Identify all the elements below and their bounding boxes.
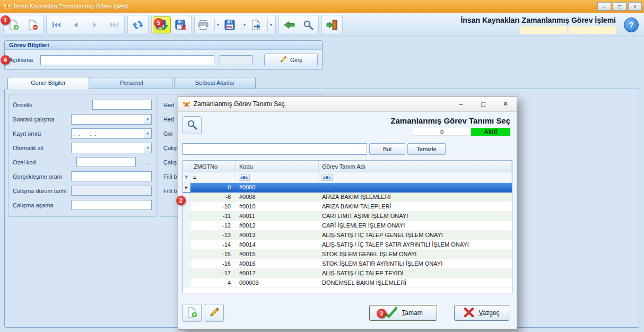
table-row[interactable]: -10#0010ARIZA BAKIM TALEPLERİ: [183, 202, 512, 212]
ellipsis-button[interactable]: …: [145, 159, 152, 165]
edit-definition-button[interactable]: [205, 304, 224, 322]
field-input[interactable]: [72, 115, 144, 124]
cell-gorev-tanim-adi: -- --: [319, 183, 512, 192]
table-row[interactable]: -13#0013ALIŞ-SATIŞ / İÇ TALEP GENEL İŞLE…: [183, 231, 512, 240]
cell-kodu: 000003: [236, 278, 319, 287]
field-label: Sonraki çalışma: [13, 116, 66, 123]
cell-kodu: #0015: [236, 250, 319, 259]
column-header-kodu[interactable]: Kodu: [236, 161, 319, 172]
table-row[interactable]: -14#0014ALIŞ-SATIŞ / İÇ TALEP SATIR AYRI…: [183, 240, 512, 250]
equals-filter-icon[interactable]: =: [193, 174, 196, 181]
giris-label: Giriş: [290, 57, 302, 63]
table-row[interactable]: -15#0015STOK İŞLEM GENEL İŞLEM ONAYI: [183, 250, 512, 259]
dialog-close-button[interactable]: ×: [494, 97, 517, 111]
search-input[interactable]: [182, 143, 367, 155]
field-input[interactable]: [92, 100, 152, 110]
chevron-down-icon[interactable]: ▾: [144, 115, 151, 124]
vazgec-label: Vazgeç: [478, 309, 499, 317]
tab-genel-bilgiler[interactable]: Genel Bilgiler: [7, 77, 89, 89]
pencil-icon: [209, 307, 220, 319]
chevron-down-icon[interactable]: ▾: [144, 143, 151, 153]
add-definition-button[interactable]: [182, 304, 202, 322]
table-row[interactable]: ▸0#0000-- --: [183, 183, 512, 193]
refresh-icon: [132, 19, 144, 31]
row-indicator: [183, 250, 190, 259]
temizle-button[interactable]: Temizle: [407, 143, 446, 155]
nav-first-icon: [52, 21, 62, 29]
window-titlebar: İnsan Kaynakları Zamanlanmış Görev İşlem…: [0, 0, 644, 13]
bul-button[interactable]: Bul: [369, 143, 405, 155]
tab-serbest-alanlar[interactable]: Serbest Alanlar: [174, 77, 256, 89]
dialog-minimize-button[interactable]: –: [450, 97, 472, 111]
annotation-badge-1: 1: [1, 15, 10, 25]
column-header-gorev-tanim-adi[interactable]: Görev Tanım Adı: [319, 161, 512, 172]
dialog-settings-button[interactable]: [182, 116, 202, 134]
field-combo[interactable]: ▾: [71, 143, 152, 153]
exit-button[interactable]: [323, 16, 341, 33]
dialog-butterfly-icon: [182, 100, 190, 108]
field-input[interactable]: [71, 171, 152, 181]
chevron-down-icon[interactable]: ▾: [144, 129, 151, 138]
last-record-button[interactable]: [105, 16, 123, 33]
row-indicator: [183, 212, 190, 221]
field-input[interactable]: [71, 200, 152, 210]
field-combo[interactable]: ▾: [71, 128, 152, 139]
table-row[interactable]: -12#0012CARİ İŞLEMLER İŞLEM ONAYI: [183, 221, 512, 231]
cell-gorev-tanim-adi: STOK İŞLEM GENEL İŞLEM ONAYI: [319, 250, 512, 259]
table-row[interactable]: -8#0008ARIZA BAKIM İŞLEMLERİ: [183, 193, 512, 202]
abc-filter-icon[interactable]: aBc: [321, 174, 333, 181]
dialog-window-controls: – □ ×: [450, 97, 517, 111]
exit-door-icon: [326, 19, 338, 31]
cancel-save-button[interactable]: [172, 16, 190, 33]
dialog-titlebar: Zamanlanmış Görev Tanımı Seç – □ ×: [178, 97, 517, 112]
cell-kodu: #0016: [236, 259, 319, 268]
field-combo[interactable]: ▾: [71, 114, 152, 125]
giris-button[interactable]: Giriş: [264, 54, 318, 66]
first-record-button[interactable]: [48, 16, 66, 33]
print-button[interactable]: ▾: [196, 16, 221, 33]
cell-kodu: #0017: [236, 269, 319, 278]
next-record-button[interactable]: [86, 16, 104, 33]
header-indicator-cell: [183, 161, 190, 172]
maximize-button[interactable]: □: [613, 2, 626, 11]
tools-button[interactable]: [299, 16, 317, 33]
minimize-button[interactable]: –: [597, 2, 611, 11]
aciklama-input[interactable]: [40, 55, 214, 65]
refresh-button[interactable]: [129, 16, 147, 33]
cell-zmgtno: -11: [190, 212, 236, 221]
delete-record-button[interactable]: [24, 16, 42, 33]
dialog-header: Zamanlanmış Görev Tanımı Seç 0 Aktif: [178, 112, 517, 136]
export-button[interactable]: ▾: [249, 16, 274, 33]
field-input[interactable]: [76, 157, 136, 167]
tab-strip: Genel Bilgiler Personel Serbest Alanlar: [7, 77, 256, 89]
nav-previous-icon: [72, 21, 80, 29]
cell-zmgtno: 4: [190, 278, 236, 287]
abc-filter-icon[interactable]: aBc: [239, 174, 250, 181]
back-button[interactable]: [280, 16, 298, 33]
table-row[interactable]: 4000003DÖNEMSEL BAKIM İŞLEMLERİ: [183, 278, 512, 288]
vazgec-button[interactable]: Vazgeç: [454, 305, 509, 321]
table-row[interactable]: -17#0017ALIŞ-SATIŞ / İÇ TALEP TEYİDİ: [183, 269, 512, 278]
gorev-bilgileri-group: Görev Bilgileri Açıklama Giriş: [4, 40, 323, 70]
dialog-maximize-button[interactable]: □: [472, 97, 494, 111]
help-button[interactable]: ?: [624, 18, 639, 32]
chevron-down-icon[interactable]: ▾: [214, 19, 221, 31]
close-button[interactable]: ×: [628, 2, 642, 11]
left-field-group: ÖncelikSonraki çalışma▾Kayıt ömrü▾Otomat…: [8, 94, 156, 217]
cell-zmgtno: -15: [190, 250, 236, 259]
group-header: Görev Bilgileri: [5, 41, 322, 50]
field-input[interactable]: [72, 129, 144, 138]
chevron-down-icon[interactable]: ▾: [267, 19, 274, 31]
column-header-zmgtno[interactable]: ZMGTNo: [190, 161, 236, 172]
aciklama-extra-field: [220, 55, 253, 65]
cell-kodu: #0000: [236, 183, 319, 192]
tab-personel[interactable]: Personel: [91, 77, 172, 89]
row-indicator: [183, 221, 190, 230]
chevron-down-icon[interactable]: ▾: [241, 19, 248, 31]
table-row[interactable]: -16#0016STOK İŞLEM SATIR AYRINTILI İŞLEM…: [183, 259, 512, 269]
pdf-save-button[interactable]: PDF ▾: [222, 16, 248, 33]
cell-gorev-tanim-adi: STOK İŞLEM SATIR AYRINTILI İŞLEM ONAYI: [319, 259, 512, 268]
table-row[interactable]: -11#0011CARİ LİMİT AŞIMI İŞLEM ONAYI: [183, 212, 512, 221]
previous-record-button[interactable]: [67, 16, 85, 33]
field-input[interactable]: [72, 143, 144, 153]
